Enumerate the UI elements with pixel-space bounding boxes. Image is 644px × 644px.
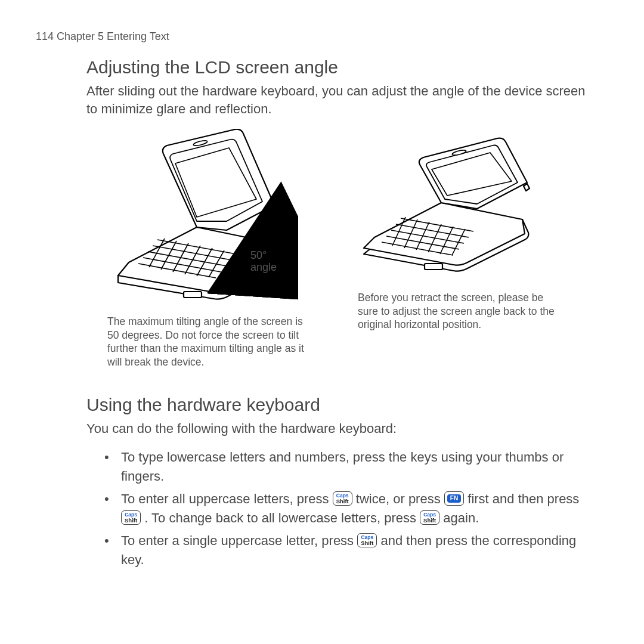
list-item: To enter all uppercase letters, press Ca…: [104, 490, 596, 528]
figure-tilted: 50° angle The maximum tilting angle of t…: [107, 129, 304, 369]
list-item: To type lowercase letters and numbers, p…: [104, 448, 596, 486]
device-flat-icon: [358, 129, 537, 284]
page-content: Adjusting the LCD screen angle After sli…: [36, 55, 608, 569]
figure-row: 50° angle The maximum tilting angle of t…: [86, 129, 596, 369]
section-title-lcd: Adjusting the LCD screen angle: [86, 55, 596, 79]
figure-flat: Before you retract the screen, please be…: [358, 129, 555, 369]
bullet-text-part: again.: [443, 510, 479, 525]
figure-caption-2: Before you retract the screen, please be…: [358, 291, 555, 332]
bullet-text-part: . To change back to all lowercase letter…: [144, 510, 420, 525]
svg-rect-2: [425, 264, 442, 270]
svg-rect-0: [184, 292, 202, 298]
caps-shift-key-icon: Caps Shift: [357, 533, 377, 547]
bullet-text-part: To enter a single uppercase letter, pres…: [121, 533, 357, 548]
bullet-text-part: first and then press: [467, 491, 579, 506]
device-tilted-icon: 50° angle: [107, 129, 298, 308]
angle-degree-label: 50°: [250, 249, 267, 261]
list-item: To enter a single uppercase letter, pres…: [104, 531, 596, 569]
bullet-text-part: To enter all uppercase letters, press: [121, 491, 333, 506]
fn-key-icon: FN: [444, 491, 464, 506]
caps-shift-key-icon: Caps Shift: [121, 510, 141, 525]
section-intro-lcd: After sliding out the hardware keyboard,…: [86, 82, 596, 117]
caps-shift-key-icon: Caps Shift: [420, 510, 439, 525]
section-title-keyboard: Using the hardware keyboard: [86, 393, 596, 416]
figure-caption-1: The maximum tilting angle of the screen …: [107, 315, 304, 369]
caps-shift-key-icon: Caps Shift: [333, 491, 352, 506]
angle-word-label: angle: [250, 261, 277, 273]
section-intro-keyboard: You can do the following with the hardwa…: [86, 420, 596, 438]
bullet-text-part: twice, or press: [356, 491, 444, 506]
bullet-text: To type lowercase letters and numbers, p…: [121, 450, 564, 484]
page-header: 114 Chapter 5 Entering Text: [36, 30, 608, 44]
keyboard-instructions-list: To type lowercase letters and numbers, p…: [86, 448, 596, 569]
